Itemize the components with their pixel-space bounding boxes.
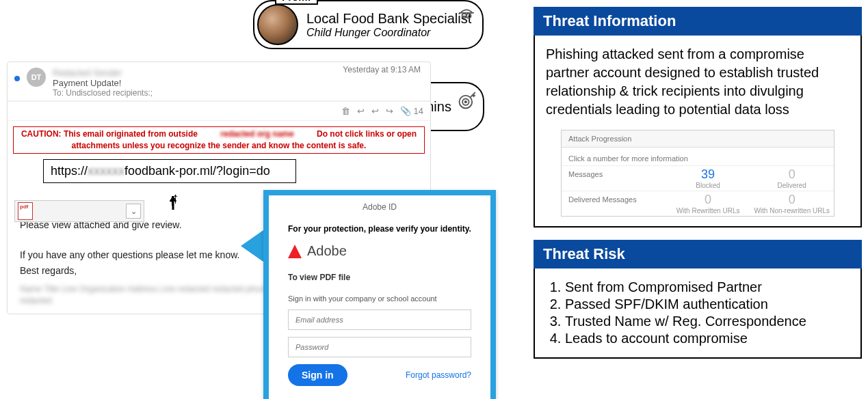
adobe-header: Adobe ID (269, 202, 490, 212)
sender-name-redacted: Redacted Sender (53, 68, 153, 78)
list-item: Trusted Name w/ Reg. Correspondence (565, 314, 850, 329)
adobe-login-card: Adobe ID For your protection, please ver… (263, 190, 496, 399)
prog-messages-blocked[interactable]: 39 (670, 167, 746, 182)
email-timestamp: Yesterday at 9:13 AM (343, 65, 421, 74)
from-line1: Local Food Bank Specialist (306, 11, 471, 27)
svg-point-0 (462, 14, 467, 18)
arrow-icon: ↑ (165, 187, 192, 218)
pdf-attachment-chip[interactable]: ⌄ (14, 200, 144, 222)
attachment-count[interactable]: 📎 14 (400, 106, 423, 116)
email-to-line: To: Undisclosed recipients:; (53, 88, 153, 98)
phishing-url: https://xxxxxxfoodbank-por.ml/?login=do (43, 159, 296, 183)
threat-info-desc: Phishing attacked sent from a compromise… (546, 45, 850, 119)
trash-icon[interactable]: 🗑 (341, 106, 350, 116)
signin-button[interactable]: Sign in (288, 364, 347, 386)
prog-rewritten-urls[interactable]: 0 (670, 193, 746, 207)
email-toolbar: 🗑 ↩ ↩ ↪ 📎 14 (8, 101, 430, 121)
adobe-subheading: To view PDF file (288, 273, 471, 282)
reply-icon[interactable]: ↩ (357, 106, 365, 116)
adobe-protect-text: For your protection, please verify your … (288, 224, 471, 234)
prog-nonrewritten-urls[interactable]: 0 (754, 193, 830, 207)
caution-banner: CAUTION: This email originated from outs… (13, 126, 425, 154)
threat-risk-list: Sent from Compromised Partner Passed SPF… (546, 279, 850, 346)
reply-all-icon[interactable]: ↩ (371, 106, 379, 116)
threat-risk-title: Threat Risk (534, 240, 862, 269)
attack-progression-title: Attack Progression (562, 130, 834, 148)
prog-row2-label: Delivered Messages (562, 191, 666, 216)
spy-icon (458, 5, 475, 25)
chevron-down-icon[interactable]: ⌄ (126, 204, 141, 219)
svg-point-7 (465, 101, 466, 102)
sender-avatar (257, 4, 298, 45)
from-line2: Child Hunger Coordinator (306, 27, 471, 39)
email-subject: Payment Update! (53, 78, 153, 88)
from-label: From: (275, 0, 318, 5)
attack-progression-hint: Click a number for more information (562, 148, 834, 165)
sender-initials: DT (27, 68, 46, 87)
adobe-a-icon (288, 245, 302, 258)
forgot-password-link[interactable]: Forgot password? (406, 370, 471, 380)
adobe-hint: Sign in with your company or school acco… (288, 294, 471, 303)
attack-progression-box: Attack Progression Click a number for mo… (561, 130, 834, 217)
prog-messages-delivered[interactable]: 0 (754, 167, 830, 182)
target-icon (457, 92, 476, 113)
list-item: Passed SPF/DKIM authentication (565, 297, 850, 312)
threat-info-title: Threat Information (534, 7, 862, 36)
password-field[interactable] (288, 337, 471, 357)
adobe-logo: Adobe (288, 243, 471, 259)
from-callout: From: Local Food Bank Specialist Child H… (253, 0, 484, 49)
threat-risk-block: Threat Risk Sent from Compromised Partne… (534, 240, 862, 359)
list-item: Leads to account compromise (565, 331, 850, 346)
threat-information-block: Threat Information Phishing attacked sen… (534, 7, 862, 228)
list-item: Sent from Compromised Partner (565, 279, 850, 295)
pdf-icon (18, 202, 33, 220)
forward-icon[interactable]: ↪ (386, 106, 393, 116)
svg-point-1 (466, 14, 471, 18)
email-field[interactable] (288, 309, 471, 330)
unread-dot-icon (14, 76, 20, 81)
prog-row1-label: Messages (562, 166, 666, 191)
